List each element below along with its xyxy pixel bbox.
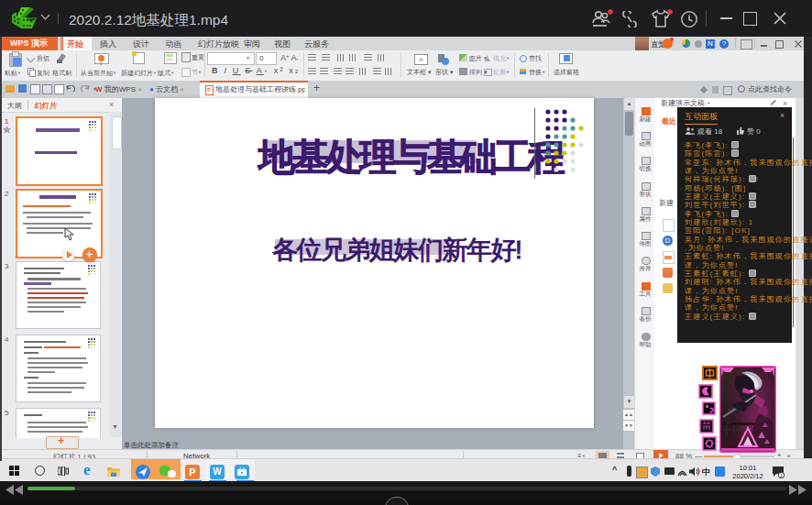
svg-text:1: 1 [780, 473, 783, 478]
